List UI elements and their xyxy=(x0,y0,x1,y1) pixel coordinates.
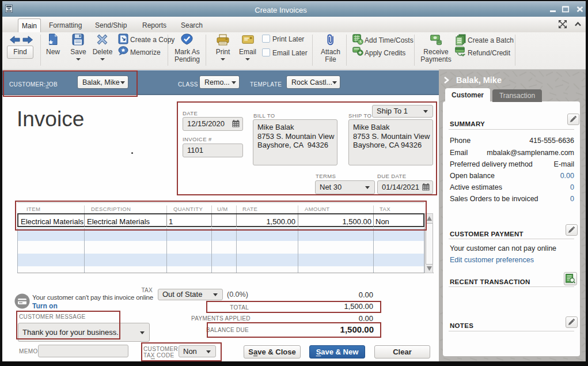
empty-row[interactable] xyxy=(17,228,424,241)
column-header-quantity[interactable]: QUANTITY xyxy=(173,206,203,212)
email-button[interactable]: Email xyxy=(239,48,256,56)
scrollbar-thumb[interactable] xyxy=(426,223,433,265)
active-estimates-link[interactable]: 0 xyxy=(570,183,574,191)
sales-orders-link[interactable]: 0 xyxy=(570,195,574,203)
print-button[interactable]: Print xyxy=(216,48,230,56)
print-icon[interactable] xyxy=(217,34,229,46)
tab-search[interactable]: Search xyxy=(173,18,210,32)
invoice-number-field[interactable]: 1101 xyxy=(183,144,243,157)
turn-on-link[interactable]: Turn on xyxy=(32,302,58,310)
cell-rate[interactable]: 1,500.00 xyxy=(238,217,295,226)
email-later-checkbox[interactable] xyxy=(262,48,270,56)
column-header-description[interactable]: DESCRIPTION xyxy=(91,206,131,212)
save-new-button[interactable]: Save & New xyxy=(309,345,365,359)
open-balance-link[interactable]: 0.00 xyxy=(560,172,574,180)
expand-ribbon-icon[interactable] xyxy=(559,20,567,28)
bill-to-box[interactable]: Mike Balak8753 S. Mountain ViewBayshore,… xyxy=(253,119,337,165)
column-header-amount[interactable]: AMOUNT xyxy=(305,206,330,212)
forward-arrow-icon[interactable] xyxy=(22,36,33,44)
template-dropdown[interactable]: Rock Castl... xyxy=(286,76,340,89)
receive-payments-icon[interactable] xyxy=(430,34,442,46)
customer-tax-code-dropdown[interactable]: Non xyxy=(179,345,216,357)
minimize-icon[interactable] xyxy=(548,5,557,14)
add-time-costs-icon[interactable] xyxy=(352,34,363,45)
apply-credits-button[interactable]: Apply Credits xyxy=(365,49,405,57)
due-date-field[interactable]: 01/14/2021 xyxy=(377,180,433,194)
edit-customer-preferences-link[interactable]: Edit customer preferences xyxy=(450,256,534,264)
calendar-icon[interactable] xyxy=(232,120,240,127)
add-time-costs-button[interactable]: Add Time/Costs xyxy=(365,36,414,44)
collapse-ribbon-icon[interactable] xyxy=(574,21,582,27)
edit-notes-button[interactable] xyxy=(566,316,578,328)
mark-pending-button-line2[interactable]: Pending xyxy=(174,55,200,63)
class-dropdown[interactable]: Remo... xyxy=(199,76,240,89)
scroll-up-icon[interactable] xyxy=(427,216,432,221)
panel-expand-icon[interactable] xyxy=(443,77,450,84)
empty-row[interactable] xyxy=(17,266,424,273)
column-header-um[interactable]: U/M xyxy=(217,206,228,212)
create-batch-icon[interactable] xyxy=(456,34,466,46)
tax-dropdown[interactable]: Out of State xyxy=(158,289,223,300)
terms-dropdown[interactable]: Net 30 xyxy=(315,180,375,194)
refund-credit-icon[interactable] xyxy=(455,47,466,56)
create-copy-icon[interactable] xyxy=(118,33,128,44)
save-dropdown-caret[interactable] xyxy=(76,58,81,61)
close-icon[interactable] xyxy=(575,5,585,14)
edit-summary-button[interactable] xyxy=(567,114,579,125)
customer-message-dropdown[interactable]: Thank you for your business. xyxy=(18,323,150,342)
delete-icon[interactable] xyxy=(96,33,108,46)
column-header-tax[interactable]: TAX xyxy=(380,206,390,212)
receive-payments-button[interactable]: Receive xyxy=(423,48,448,56)
calendar-icon[interactable] xyxy=(422,183,430,191)
save-icon[interactable] xyxy=(72,33,84,46)
cell-amount[interactable]: 1,500.00 xyxy=(300,217,371,226)
date-field[interactable]: 12/15/2020 xyxy=(183,117,243,131)
apply-credits-icon[interactable] xyxy=(352,47,363,56)
ship-to-selector-dropdown[interactable]: Ship To 1 xyxy=(372,105,433,118)
recent-transaction-report-button[interactable] xyxy=(564,272,577,285)
scroll-down-icon[interactable] xyxy=(427,266,432,271)
delete-button[interactable]: Delete xyxy=(93,48,113,56)
cell-quantity[interactable]: 1 xyxy=(169,217,173,226)
new-icon[interactable] xyxy=(47,33,59,46)
panel-customer-name[interactable]: Balak, Mike xyxy=(456,76,502,85)
table-scrollbar[interactable] xyxy=(424,213,433,273)
empty-row[interactable] xyxy=(17,254,424,266)
delete-dropdown-caret[interactable] xyxy=(100,58,105,61)
back-arrow-icon[interactable] xyxy=(10,36,20,44)
find-button[interactable]: Find xyxy=(7,46,33,59)
column-header-rate[interactable]: RATE xyxy=(242,206,257,212)
tab-main[interactable]: Main xyxy=(18,18,41,33)
memo-field[interactable] xyxy=(38,345,128,357)
cell-tax[interactable]: Non xyxy=(375,217,389,226)
attach-file-button-line2[interactable]: File xyxy=(325,55,336,63)
ship-to-box[interactable]: Mike Balak8753 S. Mountain ViewBayshore,… xyxy=(348,119,433,165)
receive-payments-button-line2[interactable]: Payments xyxy=(420,55,451,63)
tab-transaction[interactable]: Transaction xyxy=(492,89,542,102)
tab-send-ship[interactable]: Send/Ship xyxy=(88,18,134,32)
cell-description[interactable]: Electrical Materials xyxy=(87,217,150,226)
email-dropdown-caret[interactable] xyxy=(245,58,250,61)
attach-file-button[interactable]: Attach xyxy=(321,48,340,56)
create-batch-button[interactable]: Create a Batch xyxy=(468,36,514,44)
mark-pending-icon[interactable] xyxy=(181,33,193,45)
maximize-icon[interactable] xyxy=(561,5,570,14)
create-copy-button[interactable]: Create a Copy xyxy=(130,36,174,44)
print-later-checkbox[interactable] xyxy=(262,35,270,43)
memorize-icon[interactable] xyxy=(118,46,128,56)
customer-job-dropdown[interactable]: Balak, Mike xyxy=(77,76,128,89)
column-header-item[interactable]: ITEM xyxy=(26,206,40,212)
new-button[interactable]: New xyxy=(46,48,60,56)
tab-customer[interactable]: Customer xyxy=(445,88,490,102)
empty-row[interactable] xyxy=(17,241,424,254)
tab-formatting[interactable]: Formatting xyxy=(41,18,89,32)
tab-reports[interactable]: Reports xyxy=(135,18,174,32)
mark-pending-button[interactable]: Mark As xyxy=(174,48,199,56)
cell-item[interactable]: Electrical Materials xyxy=(21,217,84,226)
refund-credit-button[interactable]: Refund/Credit xyxy=(468,49,510,57)
print-dropdown-caret[interactable] xyxy=(221,58,225,61)
clear-button[interactable]: Clear xyxy=(374,345,430,359)
save-button[interactable]: Save xyxy=(70,48,86,56)
email-icon[interactable] xyxy=(242,35,254,44)
edit-customer-payment-button[interactable] xyxy=(566,224,578,236)
